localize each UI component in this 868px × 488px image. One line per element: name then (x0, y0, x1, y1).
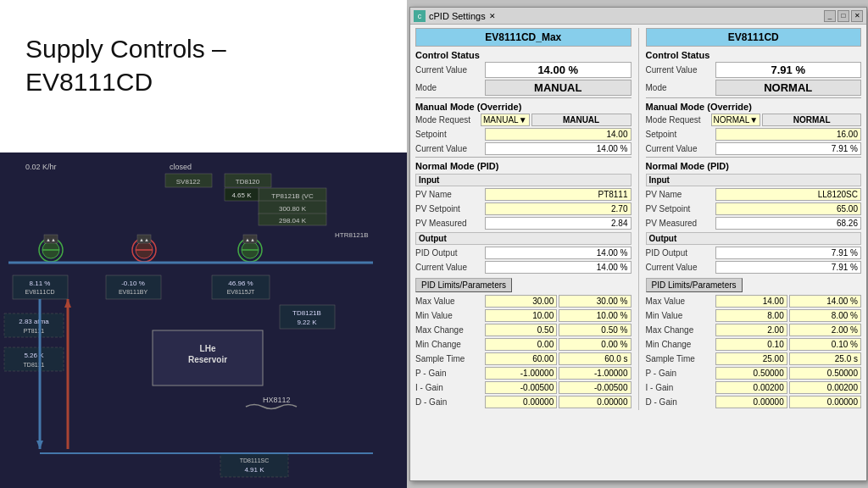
cpid-content: EV8111CD_Max Control Status Current Valu… (410, 25, 866, 480)
col2-pvm-value: 68.26 (715, 217, 862, 230)
svg-text:PT8111: PT8111 (24, 328, 45, 334)
col1-pid-limits-btn[interactable]: PID Limits/Parameters (415, 278, 512, 292)
col2-pgain-1[interactable]: 0.50000 (715, 367, 787, 380)
col1-minchange-2[interactable]: 0.00 % (559, 338, 631, 351)
col1-minval-2[interactable]: 10.00 % (559, 309, 631, 322)
col1-outcv-label: Current Value (415, 263, 483, 272)
col2-setpoint-label: Setpoint (646, 130, 714, 139)
cpid-window: c cPID Settings ✕ _ □ ✕ EV8111CD_Max Con… (409, 7, 867, 481)
col1-mode-dropdown[interactable]: MANUAL ▼ (481, 114, 530, 126)
svg-text:4.91 K: 4.91 K (244, 466, 264, 474)
col1-sampletime-1[interactable]: 60.00 (485, 352, 557, 365)
col1-maxval-2[interactable]: 30.00 % (559, 295, 631, 308)
col2-maxval-2[interactable]: 14.00 % (789, 295, 861, 308)
col1-maxchange-1[interactable]: 0.50 (485, 324, 557, 336)
col2-output-sub: Output (646, 232, 862, 245)
diagram-svg: 0.02 K/hr closed SV8122 TD8120 TP8121B (… (0, 152, 407, 488)
col2-dgain-1[interactable]: 0.00000 (715, 396, 787, 408)
col2-maxchange-2[interactable]: 2.00 % (789, 324, 861, 336)
svg-text:HX8112: HX8112 (263, 396, 291, 404)
col2-pgain-label: P - Gain (646, 369, 714, 378)
col1-pgain-2[interactable]: -1.00000 (559, 367, 631, 380)
col1-setpoint-value[interactable]: 14.00 (485, 128, 632, 141)
col1-input-sub: Input (415, 174, 632, 186)
col1-maxchange-2[interactable]: 0.50 % (559, 324, 631, 336)
col2-pvsp-value[interactable]: 65.00 (715, 202, 862, 215)
col1-pvsp-value[interactable]: 2.70 (485, 202, 632, 215)
col2-minchange-2[interactable]: 0.10 % (789, 338, 861, 351)
col1-current-value-row: Current Value 14.00 % (415, 62, 632, 78)
svg-text:TD8120: TD8120 (236, 178, 260, 186)
col1-igain-2[interactable]: -0.00500 (559, 381, 631, 394)
col1-setpoint-label: Setpoint (415, 130, 483, 139)
col2-sampletime-2[interactable]: 25.0 s (789, 352, 861, 365)
col2-maxval-1[interactable]: 14.00 (715, 295, 787, 308)
col1-dgain-2[interactable]: 0.00000 (559, 396, 631, 408)
col2-minchange-row: Min Change 0.10 0.10 % (646, 338, 862, 351)
col2-maxchange-1[interactable]: 2.00 (715, 324, 787, 336)
col2-igain-2[interactable]: 0.00200 (789, 381, 861, 394)
svg-text:EV8111CD: EV8111CD (25, 289, 54, 295)
col2-setpoint-value[interactable]: 16.00 (715, 128, 862, 141)
col2-maxval-row: Max Value 14.00 14.00 % (646, 295, 862, 308)
column-2: EV8111CD Control Status Current Value 7.… (646, 28, 862, 410)
svg-text:EV8111BY: EV8111BY (119, 289, 148, 295)
col1-pvm-label: PV Measured (415, 219, 483, 228)
app-icon: c (414, 10, 426, 22)
col1-minchange-1[interactable]: 0.00 (485, 338, 557, 351)
col1-pidout-label: PID Output (415, 248, 483, 258)
svg-text:Reservoir: Reservoir (188, 355, 227, 364)
window-tab-close[interactable]: ✕ (489, 12, 496, 20)
column-1: EV8111CD_Max Control Status Current Valu… (415, 28, 632, 410)
col1-dgain-1[interactable]: 0.00000 (485, 396, 557, 408)
svg-text:0.02 K/hr: 0.02 K/hr (25, 163, 57, 171)
col1-minval-1[interactable]: 10.00 (485, 309, 557, 322)
col1-sampletime-2[interactable]: 60.0 s (559, 352, 631, 365)
col1-minchange-label: Min Change (415, 340, 483, 349)
minimize-button[interactable]: _ (824, 10, 836, 22)
col1-sampletime-label: Sample Time (415, 354, 483, 363)
col2-maxchange-label: Max Change (646, 325, 714, 335)
svg-text:HTR8121B: HTR8121B (335, 231, 369, 239)
col2-minval-2[interactable]: 8.00 % (789, 309, 861, 322)
col1-dgain-label: D - Gain (415, 397, 483, 407)
col2-dgain-label: D - Gain (646, 397, 714, 407)
col1-normal-mode-title: Normal Mode (PID) (415, 161, 632, 171)
col2-pid-limits-btn[interactable]: PID Limits/Parameters (646, 278, 743, 292)
col1-cv2-row: Current Value 14.00 % (415, 142, 632, 155)
svg-text:2.83 atma: 2.83 atma (19, 318, 49, 325)
col1-cv2-value: 14.00 % (485, 142, 632, 155)
svg-text:TP8121B (VC: TP8121B (VC (271, 192, 314, 200)
col2-pvname-label: PV Name (646, 190, 714, 199)
col1-pvname-row: PV Name PT8111 (415, 188, 632, 201)
col1-igain-1[interactable]: -0.00500 (485, 381, 557, 394)
svg-text:▲▲: ▲▲ (139, 237, 149, 242)
col2-maxval-label: Max Value (646, 297, 714, 306)
col2-manual-mode-title: Manual Mode (Override) (646, 102, 862, 112)
col2-dgain-row: D - Gain 0.00000 0.00000 (646, 396, 862, 408)
col1-setpoint-row: Setpoint 14.00 (415, 128, 632, 141)
col2-dgain-2[interactable]: 0.00000 (789, 396, 861, 408)
col2-minchange-1[interactable]: 0.10 (715, 338, 787, 351)
col2-pidout-value: 7.91 % (715, 247, 862, 259)
col2-mode-dropdown[interactable]: NORMAL ▼ (711, 114, 761, 126)
col2-pvmeasured-row: PV Measured 68.26 (646, 217, 862, 230)
col1-maxval-1[interactable]: 30.00 (485, 295, 557, 308)
col2-igain-1[interactable]: 0.00200 (715, 381, 787, 394)
col1-pgain-1[interactable]: -1.00000 (485, 367, 557, 380)
close-button[interactable]: ✕ (851, 10, 863, 22)
col2-pvname-value[interactable]: LL8120SC (715, 188, 862, 201)
col2-pgain-2[interactable]: 0.50000 (789, 367, 861, 380)
col1-manual-mode-title: Manual Mode (Override) (415, 102, 632, 112)
svg-text:EV8115JT: EV8115JT (227, 289, 255, 295)
col2-sampletime-1[interactable]: 25.00 (715, 352, 787, 365)
col1-output-sub: Output (415, 232, 632, 245)
col1-pvname-value[interactable]: PT8111 (485, 188, 632, 201)
col1-sampletime-row: Sample Time 60.00 60.0 s (415, 352, 632, 365)
svg-text:46.96 %: 46.96 % (228, 280, 253, 287)
maximize-button[interactable]: □ (837, 10, 849, 22)
col1-maxval-label: Max Value (415, 297, 483, 306)
col1-maxchange-label: Max Change (415, 325, 483, 335)
window-title: cPID Settings (429, 11, 486, 21)
col2-minval-1[interactable]: 8.00 (715, 309, 787, 322)
